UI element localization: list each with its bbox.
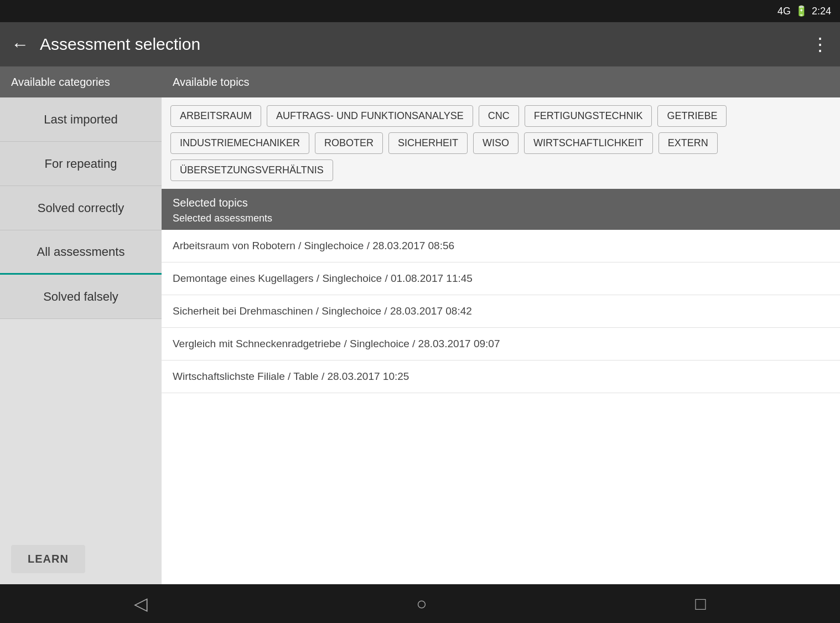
assessment-item-0[interactable]: Arbeitsraum von Robotern / Singlechoice … — [162, 230, 840, 262]
more-options-button[interactable]: ⋮ — [811, 34, 829, 55]
chip-cnc[interactable]: CNC — [479, 105, 519, 127]
status-bar: 4G 🔋 2:24 — [0, 0, 840, 22]
chip-auftrags[interactable]: AUFTRAGS- UND FUNKTIONSANALYSE — [267, 105, 473, 127]
chip-arbeitsraum[interactable]: ARBEITSRAUM — [170, 105, 261, 127]
categories-header: Available categories — [0, 76, 162, 89]
chip-fertigungstechnik[interactable]: FERTIGUNGSTECHNIK — [525, 105, 652, 127]
selected-section-header: Selected topics Selected assessments — [162, 189, 840, 230]
nav-recent-button[interactable]: □ — [695, 594, 706, 614]
assessment-item-3[interactable]: Vergleich mit Schneckenradgetriebe / Sin… — [162, 328, 840, 361]
column-headers: Available categories Available topics — [0, 66, 840, 97]
chip-ubersetzungsverhaltnis[interactable]: ÜBERSETZUNGSVERHÄLTNIS — [170, 159, 333, 181]
chip-wirtschaftlichkeit[interactable]: WIRTSCHAFTLICHKEIT — [524, 132, 653, 154]
chip-getriebe[interactable]: GETRIEBE — [657, 105, 727, 127]
nav-back-button[interactable]: ◁ — [134, 593, 148, 614]
assessment-list: Arbeitsraum von Robotern / Singlechoice … — [162, 230, 840, 584]
signal-icon: 4G — [777, 6, 791, 17]
sidebar-item-for-repeating[interactable]: For repeating — [0, 142, 162, 186]
sidebar-item-solved-correctly[interactable]: Solved correctly — [0, 186, 162, 230]
chip-extern[interactable]: EXTERN — [658, 132, 718, 154]
assessment-item-4[interactable]: Wirtschaftslichste Filiale / Table / 28.… — [162, 361, 840, 393]
sidebar-item-all-assessments[interactable]: All assessments — [0, 230, 162, 275]
main-content: Last imported For repeating Solved corre… — [0, 97, 840, 584]
nav-bar: ◁ ○ □ — [0, 584, 840, 623]
battery-icon: 🔋 — [795, 5, 807, 17]
status-icons: 4G 🔋 2:24 — [777, 5, 831, 17]
app-bar: ← Assessment selection ⋮ — [0, 22, 840, 66]
topic-chips-area: ARBEITSRAUM AUFTRAGS- UND FUNKTIONSANALY… — [162, 97, 840, 189]
sidebar-item-solved-falsely[interactable]: Solved falsely — [0, 275, 162, 319]
learn-button[interactable]: LEARN — [11, 545, 85, 573]
page-title: Assessment selection — [40, 35, 811, 54]
back-button[interactable]: ← — [11, 34, 29, 55]
selected-topics-label: Selected topics — [173, 197, 829, 209]
time-display: 2:24 — [812, 6, 831, 17]
assessment-item-1[interactable]: Demontage eines Kugellagers / Singlechoi… — [162, 262, 840, 295]
right-panel: ARBEITSRAUM AUFTRAGS- UND FUNKTIONSANALY… — [162, 97, 840, 584]
learn-area: LEARN — [0, 319, 162, 584]
nav-home-button[interactable]: ○ — [416, 594, 427, 614]
sidebar-item-last-imported[interactable]: Last imported — [0, 97, 162, 142]
chip-wiso[interactable]: WISO — [473, 132, 518, 154]
chip-industriemechaniker[interactable]: INDUSTRIEMECHANIKER — [170, 132, 309, 154]
chip-sicherheit[interactable]: SICHERHEIT — [388, 132, 468, 154]
selected-assessments-label: Selected assessments — [173, 213, 829, 224]
chip-roboter[interactable]: ROBOTER — [315, 132, 383, 154]
topics-header: Available topics — [162, 76, 840, 89]
sidebar: Last imported For repeating Solved corre… — [0, 97, 162, 584]
assessment-item-2[interactable]: Sicherheit bei Drehmaschinen / Singlecho… — [162, 295, 840, 328]
